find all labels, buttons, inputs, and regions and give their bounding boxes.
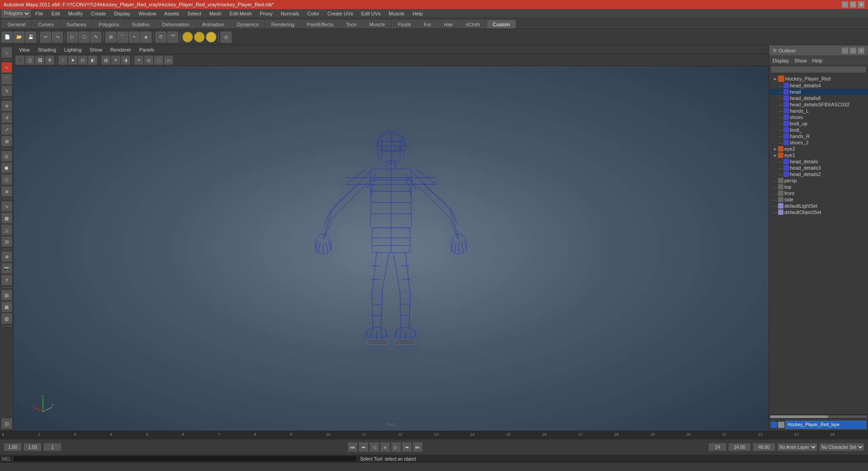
play-back-button[interactable]: ◁ — [369, 442, 379, 452]
tree-item-front[interactable]: — front — [769, 190, 868, 196]
close-button[interactable]: × — [858, 1, 864, 8]
tree-item-head[interactable]: — head — [769, 89, 868, 95]
vp-hud[interactable]: ◎ — [144, 56, 153, 65]
snap-point-icon[interactable]: + — [129, 32, 140, 43]
window-controls[interactable]: − □ × — [842, 1, 864, 8]
display-layer-tool[interactable]: ▤ — [1, 290, 12, 300]
paint-select-icon[interactable]: ✎ — [90, 32, 101, 43]
vp-shadow[interactable]: ◑ — [121, 56, 130, 65]
tree-item-top[interactable]: — top — [769, 184, 868, 190]
current-frame-input[interactable] — [43, 443, 61, 451]
undo-icon[interactable]: ↩ — [40, 32, 51, 43]
curve-tool[interactable]: ∿ — [1, 201, 12, 212]
toolbar-icon-home[interactable]: ⌂ — [1, 47, 12, 58]
tree-item-head-details2[interactable]: — head_details2 — [769, 171, 868, 177]
lasso-icon[interactable]: ⬡ — [79, 32, 90, 43]
vis-icon-e2[interactable]: ▶ — [773, 146, 778, 152]
tree-item-head-details-sfbx[interactable]: — head_detailsSFBXASC032 — [769, 101, 868, 108]
tree-item-light-set[interactable]: — defaultLightSet — [769, 203, 868, 209]
menu-edit-uvs[interactable]: Edit UVs — [358, 10, 384, 17]
shelf-tab-deformation[interactable]: Deformation — [156, 20, 195, 29]
menu-window[interactable]: Window — [135, 10, 160, 17]
history-icon[interactable]: ⏱ — [156, 32, 166, 43]
vp-resolution-gate[interactable]: ⬚ — [154, 56, 163, 65]
light-1-icon[interactable] — [182, 32, 193, 43]
vp-menu-shading[interactable]: Shading — [34, 46, 60, 53]
vp-image-plane[interactable]: 🖼 — [35, 56, 44, 65]
outliner-search-input[interactable] — [771, 66, 866, 73]
vp-smooth[interactable]: ■ — [68, 56, 77, 65]
tree-item-head-details[interactable]: — head_details — [769, 158, 868, 165]
layer-vis-icon[interactable] — [771, 422, 777, 428]
timeline-track[interactable]: 1 2 3 4 5 6 7 8 9 10 11 12 13 14 15 16 1… — [2, 431, 866, 439]
timeline[interactable]: 1 2 3 4 5 6 7 8 9 10 11 12 13 14 15 16 1… — [0, 431, 868, 439]
vp-xray[interactable]: ◧ — [88, 56, 97, 65]
shelf-tab-fur[interactable]: Fur — [418, 20, 437, 29]
vp-menu-view[interactable]: View — [15, 46, 33, 53]
vp-menu-panels[interactable]: Panels — [136, 46, 158, 53]
step-back-button[interactable]: ⬅ — [359, 442, 368, 452]
vis-icon-e1[interactable]: ▶ — [773, 152, 778, 158]
lasso-tool[interactable]: ⌒ — [1, 74, 12, 85]
layer-render-icon[interactable] — [778, 422, 784, 428]
outliner-close[interactable]: × — [858, 48, 864, 54]
shelf-tab-hair[interactable]: Hair — [438, 20, 459, 29]
go-to-start-button[interactable]: ⏮ — [348, 442, 358, 452]
tree-item-head-details6[interactable]: — head_details6 — [769, 95, 868, 101]
shelf-tab-polygons[interactable]: Polygons — [93, 20, 125, 29]
menu-file[interactable]: File — [32, 10, 47, 17]
tree-item-object-set[interactable]: — defaultObjectSet — [769, 209, 868, 215]
shelf-tab-toon[interactable]: Toon — [340, 20, 363, 29]
vp-bookmarks[interactable]: ◫ — [25, 56, 34, 65]
poly-tool[interactable]: △ — [1, 224, 12, 235]
menu-edit-mesh[interactable]: Edit Mesh — [226, 10, 255, 17]
sculpt-tool[interactable]: ⬢ — [1, 162, 12, 173]
vp-film-gate[interactable]: ▭ — [164, 56, 173, 65]
stop-button[interactable]: ■ — [380, 442, 390, 452]
redo-icon[interactable]: ↪ — [52, 32, 63, 43]
menu-create[interactable]: Create — [87, 10, 109, 17]
menu-assets[interactable]: Assets — [160, 10, 183, 17]
shelf-tab-muscle[interactable]: Muscle — [363, 20, 391, 29]
tree-item-bodi-up[interactable]: — bodi_up — [769, 120, 868, 127]
walk-tool[interactable]: ⇑ — [1, 275, 12, 285]
light-3-icon[interactable] — [206, 32, 217, 43]
vis-icon-root[interactable]: ▶ — [773, 76, 778, 81]
show-manip-tool[interactable]: ⊕ — [1, 251, 12, 262]
select-tool[interactable]: ↖ — [1, 62, 12, 73]
tree-item-head-details4[interactable]: — head_details4 — [769, 82, 868, 89]
outliner-menu-help[interactable]: Help — [811, 57, 825, 64]
vp-textured[interactable]: ▤ — [101, 56, 110, 65]
universal-tool[interactable]: ⊞ — [1, 136, 12, 147]
snap-curve-icon[interactable]: ⌒ — [117, 32, 128, 43]
hud-icon[interactable]: ◎ — [221, 32, 231, 43]
outliner-menu-show[interactable]: Show — [793, 57, 809, 64]
tree-item-eye1[interactable]: ▶ eye1 — [769, 152, 868, 158]
shelf-tab-dynamics[interactable]: Dynamics — [231, 20, 264, 29]
minimize-button[interactable]: − — [842, 1, 848, 8]
outliner-minimize[interactable]: − — [842, 48, 848, 54]
tree-item-hands-r[interactable]: — hands_R — [769, 133, 868, 139]
outliner-scroll-thumb[interactable] — [770, 415, 828, 418]
outliner-menu-display[interactable]: Display — [771, 57, 791, 64]
vp-attr[interactable]: ⚙ — [45, 56, 54, 65]
light-2-icon[interactable] — [194, 32, 205, 43]
vp-menu-lighting[interactable]: Lighting — [61, 46, 85, 53]
shelf-tab-curves[interactable]: Curves — [32, 20, 60, 29]
render-layer-tool[interactable]: ▦ — [1, 301, 12, 312]
menu-modify[interactable]: Modify — [65, 10, 86, 17]
render-icon[interactable]: 🎬 — [167, 32, 178, 43]
step-forward-button[interactable]: ➡ — [402, 442, 412, 452]
viewport-canvas[interactable]: y x z front — [14, 66, 769, 431]
vp-menu-show[interactable]: Show — [86, 46, 106, 53]
vp-select-camera[interactable]: 🎥 — [15, 56, 24, 65]
range-end-start-input[interactable] — [24, 443, 42, 451]
tree-item-eye2[interactable]: ▶ eye2 — [769, 146, 868, 152]
menu-help[interactable]: Help — [409, 10, 427, 17]
menu-select[interactable]: Select — [184, 10, 205, 17]
shelf-tab-surfaces[interactable]: Surfaces — [61, 20, 92, 29]
rotate-tool[interactable]: ↺ — [1, 112, 12, 123]
tree-item-hands-l[interactable]: — hands_L — [769, 108, 868, 114]
shelf-tab-painteffects[interactable]: PaintEffects — [301, 20, 340, 29]
vp-grid[interactable]: # — [134, 56, 143, 65]
